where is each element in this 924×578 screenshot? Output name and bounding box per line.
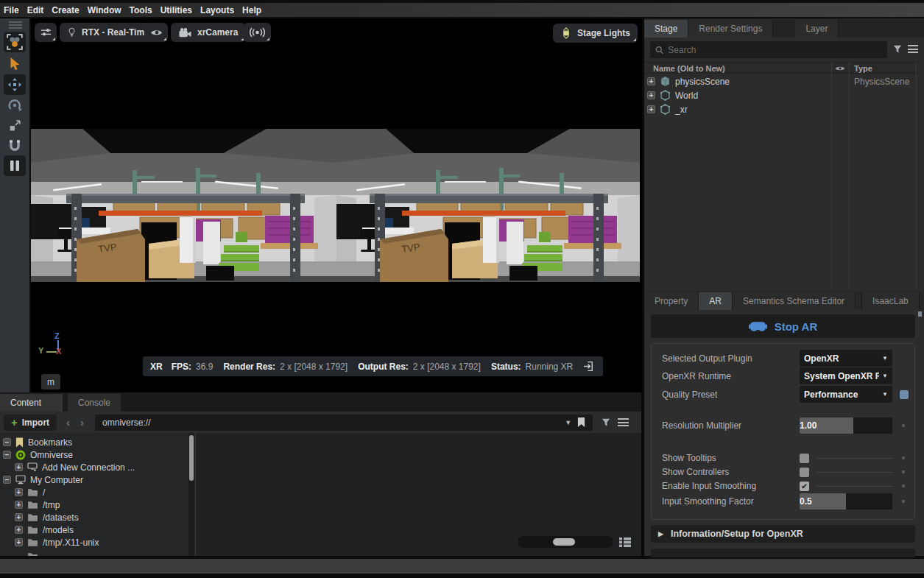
expander-minus-icon[interactable]: − bbox=[3, 476, 11, 484]
slider-handle[interactable] bbox=[553, 538, 575, 546]
path-bar[interactable]: ▼ bbox=[95, 415, 593, 431]
visibility-button[interactable] bbox=[144, 23, 168, 42]
select-mode-button[interactable] bbox=[4, 32, 26, 52]
import-button[interactable]: + Import bbox=[4, 415, 57, 431]
path-input[interactable] bbox=[102, 417, 559, 428]
chevron-down-icon[interactable]: ▼ bbox=[565, 419, 571, 426]
tree-item-models[interactable]: + /models bbox=[0, 524, 188, 536]
expander-plus-icon[interactable]: + bbox=[15, 513, 23, 521]
snap-tool-button[interactable] bbox=[4, 135, 26, 155]
viewport-canvas[interactable]: TVP bbox=[31, 18, 642, 392]
column-type[interactable]: Type bbox=[854, 64, 872, 73]
tab-console[interactable]: Console bbox=[68, 394, 121, 412]
camera-button[interactable]: xrCamera bbox=[171, 23, 245, 42]
show-controllers-checkbox[interactable] bbox=[800, 468, 809, 477]
tree-item-add-connection[interactable]: + Add New Connection ... bbox=[0, 461, 188, 473]
move-tool-button[interactable] bbox=[4, 74, 26, 95]
default-indicator-dot[interactable] bbox=[902, 500, 905, 503]
tab-render-settings[interactable]: Render Settings bbox=[688, 20, 773, 38]
toolbar-grip-icon[interactable] bbox=[9, 21, 22, 29]
tree-item-bookmarks[interactable]: − Bookmarks bbox=[0, 436, 188, 448]
tree-item-partial[interactable] bbox=[0, 550, 188, 556]
expander-plus-icon[interactable]: + bbox=[15, 538, 23, 546]
stop-ar-button[interactable]: Stop AR bbox=[651, 314, 915, 338]
tab-stage[interactable]: Stage bbox=[644, 20, 688, 38]
tab-property[interactable]: Property bbox=[644, 292, 699, 310]
expander-minus-icon[interactable]: − bbox=[3, 451, 11, 459]
stage-filter-button[interactable] bbox=[892, 43, 903, 56]
stage-row-xr[interactable]: + _xr bbox=[644, 102, 918, 116]
tree-item-tmp[interactable]: + /tmp bbox=[0, 498, 188, 511]
default-indicator-dot[interactable] bbox=[902, 484, 905, 487]
default-indicator-dot[interactable] bbox=[902, 424, 905, 427]
rotate-tool-button[interactable] bbox=[4, 95, 26, 116]
show-tooltips-checkbox[interactable] bbox=[800, 454, 809, 463]
thumbnail-size-slider[interactable] bbox=[518, 536, 613, 548]
tree-item-x11-unix[interactable]: + /tmp/.X11-unix bbox=[0, 536, 188, 549]
bookmark-icon[interactable] bbox=[577, 417, 585, 427]
tree-item-omniverse[interactable]: − Omniverse bbox=[0, 448, 188, 461]
content-tree-scrollbar[interactable] bbox=[188, 433, 194, 556]
panel-scroll-nub[interactable] bbox=[918, 311, 922, 317]
stage-options-button[interactable] bbox=[908, 45, 918, 53]
stage-lights-button[interactable]: Stage Lights bbox=[553, 24, 638, 43]
default-indicator-dot[interactable] bbox=[902, 470, 905, 473]
menu-window[interactable]: Window bbox=[88, 5, 121, 15]
stage-search[interactable] bbox=[650, 41, 887, 58]
expander-plus-icon[interactable]: + bbox=[647, 91, 655, 99]
quality-reset-swatch[interactable] bbox=[900, 390, 909, 399]
stage-search-input[interactable] bbox=[668, 45, 882, 55]
stage-row-world[interactable]: + World bbox=[644, 88, 918, 102]
default-indicator-dot[interactable] bbox=[902, 457, 905, 459]
scrollbar-thumb[interactable] bbox=[189, 435, 194, 481]
select-tool-button[interactable] bbox=[4, 54, 26, 74]
tree-item-my-computer[interactable]: − My Computer bbox=[0, 473, 188, 486]
expander-plus-icon[interactable]: + bbox=[15, 526, 23, 534]
tab-semantics[interactable]: Semantics Schema Editor bbox=[733, 292, 856, 310]
openxr-info-section[interactable]: ▶ Information/Setup for OpenXR bbox=[651, 525, 915, 543]
column-name[interactable]: Name (Old to New) bbox=[653, 64, 725, 73]
expander-plus-icon[interactable]: + bbox=[15, 501, 23, 509]
scale-tool-button[interactable] bbox=[4, 115, 26, 135]
expander-plus-icon[interactable]: + bbox=[15, 463, 23, 471]
quality-dropdown[interactable]: Performance▼ bbox=[800, 386, 892, 403]
menu-file[interactable]: File bbox=[4, 5, 19, 15]
field-runtime: OpenXR Runtime System OpenXR Ru▼ bbox=[652, 367, 916, 384]
tree-item-root[interactable]: + / bbox=[0, 486, 188, 498]
unit-button[interactable]: m bbox=[41, 374, 60, 390]
content-filter-button[interactable] bbox=[597, 415, 615, 430]
expander-minus-icon[interactable]: − bbox=[3, 438, 11, 446]
stage-row-physicsscene[interactable]: + physicsScene PhysicsScene bbox=[644, 74, 918, 88]
smoothing-factor-field[interactable]: 0.5 bbox=[800, 493, 892, 510]
menu-create[interactable]: Create bbox=[52, 5, 79, 15]
menu-tools[interactable]: Tools bbox=[130, 5, 152, 15]
folder-icon bbox=[27, 488, 38, 497]
enable-smoothing-checkbox[interactable]: ✔ bbox=[800, 482, 809, 491]
menu-edit[interactable]: Edit bbox=[27, 5, 44, 15]
viewport-settings-button[interactable] bbox=[35, 23, 57, 42]
expander-plus-icon[interactable]: + bbox=[647, 77, 655, 85]
tree-item-label: /datasets bbox=[43, 512, 79, 523]
runtime-dropdown[interactable]: System OpenXR Ru▼ bbox=[800, 367, 892, 384]
output-plugin-dropdown[interactable]: OpenXR▼ bbox=[800, 350, 892, 367]
resolution-multiplier-field[interactable]: 1.00 bbox=[800, 417, 892, 434]
content-options-button[interactable] bbox=[618, 418, 629, 426]
render-mode-button[interactable]: RTX - Real-Time bbox=[60, 23, 157, 42]
visibility-column-icon[interactable] bbox=[835, 65, 845, 72]
expander-plus-icon[interactable]: + bbox=[15, 488, 23, 496]
audio-emitter-button[interactable] bbox=[243, 23, 271, 42]
tab-layer[interactable]: Layer bbox=[795, 20, 839, 38]
menu-help[interactable]: Help bbox=[242, 5, 261, 15]
exit-xr-icon[interactable] bbox=[583, 361, 596, 372]
expander-plus-icon[interactable]: + bbox=[647, 105, 655, 113]
tab-isaaclab[interactable]: IsaacLab bbox=[861, 292, 920, 310]
pause-button[interactable] bbox=[4, 155, 26, 176]
menu-utilities[interactable]: Utilities bbox=[161, 5, 192, 15]
grid-view-button[interactable] bbox=[618, 537, 632, 548]
tab-ar[interactable]: AR bbox=[699, 292, 733, 310]
forward-button[interactable]: › bbox=[75, 416, 89, 429]
tree-item-datasets[interactable]: + /datasets bbox=[0, 511, 188, 524]
tab-content[interactable]: Content bbox=[0, 394, 63, 412]
back-button[interactable]: ‹ bbox=[61, 416, 75, 429]
menu-layouts[interactable]: Layouts bbox=[200, 5, 234, 15]
